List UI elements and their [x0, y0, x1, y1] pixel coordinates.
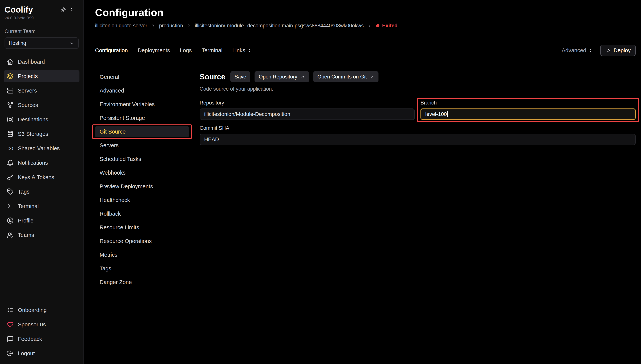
breadcrumb-resource[interactable]: illicitestonion/-module--decomposition:m…	[195, 23, 364, 29]
open-repository-button[interactable]: Open Repository	[255, 71, 309, 82]
sidebar-item-shared-variables[interactable]: (x) Shared Variables	[4, 142, 80, 154]
subnav-item-preview-deployments[interactable]: Preview Deployments	[95, 181, 189, 192]
sidebar-item-feedback[interactable]: Feedback	[4, 333, 80, 345]
sidebar-item-logout[interactable]: Logout	[4, 347, 80, 360]
configuration-content: General Advanced Environment Variables P…	[95, 71, 636, 364]
subnav-item-metrics[interactable]: Metrics	[95, 249, 189, 260]
sidebar-item-keys-tokens[interactable]: Keys & Tokens	[4, 171, 80, 183]
tab-configuration[interactable]: Configuration	[95, 47, 128, 54]
sidebar-header: Coolify	[4, 5, 80, 14]
subnav-item-advanced[interactable]: Advanced	[95, 85, 189, 96]
terminal-icon	[7, 203, 14, 210]
subnav-item-tags[interactable]: Tags	[95, 263, 189, 274]
sidebar-item-label: Notifications	[18, 160, 48, 166]
subnav-item-healthcheck[interactable]: Healthcheck	[95, 194, 189, 206]
subnav-item-danger-zone[interactable]: Danger Zone	[95, 276, 189, 288]
sidebar-item-label: S3 Storages	[18, 131, 48, 137]
tag-icon	[7, 188, 14, 195]
deploy-button[interactable]: Deploy	[600, 45, 636, 56]
sidebar-item-sources[interactable]: Sources	[4, 99, 80, 111]
repository-value: illicitestonion/Module-Decomposition	[204, 111, 290, 117]
subnav-item-general[interactable]: General	[95, 71, 189, 83]
external-link-icon	[300, 74, 305, 79]
subnav-item-git-source[interactable]: Git Source	[95, 126, 189, 137]
bell-icon	[7, 160, 14, 166]
sidebar-item-label: Teams	[18, 232, 34, 238]
sidebar-item-servers[interactable]: Servers	[4, 84, 80, 97]
subnav-item-webhooks[interactable]: Webhooks	[95, 167, 189, 178]
text-caret	[447, 111, 448, 117]
tab-deployments[interactable]: Deployments	[138, 47, 170, 54]
heart-icon	[7, 321, 14, 328]
open-repository-label: Open Repository	[259, 74, 297, 80]
subnav-item-environment-variables[interactable]: Environment Variables	[95, 98, 189, 110]
sidebar-item-s3-storages[interactable]: S3 Storages	[4, 128, 80, 140]
users-icon	[7, 232, 14, 238]
repository-field: Repository illicitestonion/Module-Decomp…	[200, 100, 415, 120]
git-source-form: Source Save Open Repository Open Commits…	[200, 71, 636, 364]
branch-value: level-100	[425, 111, 447, 117]
subnav-item-rollback[interactable]: Rollback	[95, 208, 189, 220]
chevrons-up-down-icon	[247, 48, 252, 52]
subnav-item-resource-limits[interactable]: Resource Limits	[95, 222, 189, 233]
chevrons-up-down-icon	[588, 48, 593, 52]
subnav-item-resource-operations[interactable]: Resource Operations	[95, 236, 189, 247]
current-team-label: Current Team	[5, 28, 79, 34]
home-icon	[7, 58, 14, 65]
sidebar-item-sponsor[interactable]: Sponsor us	[4, 318, 80, 330]
settings-subnav: General Advanced Environment Variables P…	[95, 71, 189, 364]
sidebar-item-notifications[interactable]: Notifications	[4, 157, 80, 169]
sidebar-item-label: Onboarding	[18, 307, 47, 313]
subnav-item-scheduled-tasks[interactable]: Scheduled Tasks	[95, 153, 189, 165]
sidebar-item-teams[interactable]: Teams	[4, 229, 80, 241]
main-area: Configuration illicitonion quote server …	[84, 0, 641, 364]
sidebar-item-label: Terminal	[18, 203, 39, 209]
sidebar-item-label: Logout	[18, 350, 35, 356]
repository-label: Repository	[200, 100, 415, 106]
sidebar-item-label: Shared Variables	[18, 145, 60, 152]
theme-sun-icon[interactable]	[61, 7, 66, 12]
sidebar-item-destinations[interactable]: Destinations	[4, 114, 80, 126]
tab-logs[interactable]: Logs	[180, 47, 192, 54]
tab-links[interactable]: Links	[232, 47, 252, 54]
sidebar-item-onboarding[interactable]: Onboarding	[4, 304, 80, 316]
branch-field: Branch level-100	[420, 100, 636, 120]
database-icon	[7, 130, 14, 137]
open-commits-button[interactable]: Open Commits on Git	[313, 71, 379, 82]
variables-icon: (x)	[7, 145, 14, 152]
message-icon	[7, 336, 14, 342]
commit-sha-input[interactable]: HEAD	[200, 134, 636, 145]
commit-sha-value: HEAD	[204, 136, 219, 142]
sidebar-item-label: Sponsor us	[18, 322, 46, 328]
sidebar-item-label: Profile	[18, 218, 34, 224]
team-select[interactable]: Hosting	[5, 38, 79, 49]
tabbar: Configuration Deployments Logs Terminal …	[95, 45, 636, 61]
sidebar-item-dashboard[interactable]: Dashboard	[4, 56, 80, 68]
git-fork-icon	[7, 102, 14, 108]
sidebar-footer-nav: Onboarding Sponsor us Feedback Logout	[4, 304, 80, 360]
repository-input[interactable]: illicitestonion/Module-Decomposition	[200, 108, 415, 120]
sidebar-nav: Dashboard Projects Servers Sources Desti…	[4, 56, 80, 241]
branch-input[interactable]: level-100	[420, 108, 636, 120]
commit-sha-label: Commit SHA	[200, 125, 636, 131]
sidebar-item-terminal[interactable]: Terminal	[4, 200, 80, 212]
breadcrumb: illicitonion quote server production ill…	[95, 23, 636, 29]
advanced-dropdown[interactable]: Advanced	[562, 47, 593, 54]
breadcrumb-project[interactable]: illicitonion quote server	[95, 23, 147, 29]
app-version: v4.0.0-beta.399	[5, 16, 79, 20]
app-brand: Coolify	[5, 5, 33, 14]
destinations-icon	[7, 116, 14, 123]
breadcrumb-environment[interactable]: production	[159, 23, 183, 29]
subnav-item-servers[interactable]: Servers	[95, 140, 189, 151]
logout-icon	[7, 350, 14, 357]
chevron-right-icon	[187, 23, 191, 28]
save-button[interactable]: Save	[230, 71, 251, 82]
sidebar-item-tags[interactable]: Tags	[4, 186, 80, 198]
open-commits-label: Open Commits on Git	[317, 74, 367, 80]
sidebar-item-projects[interactable]: Projects	[4, 70, 80, 82]
branch-label: Branch	[420, 100, 636, 106]
sidebar-item-profile[interactable]: Profile	[4, 214, 80, 227]
theme-selector-chevrons-icon[interactable]	[69, 8, 74, 12]
tab-terminal[interactable]: Terminal	[202, 47, 223, 54]
subnav-item-persistent-storage[interactable]: Persistent Storage	[95, 112, 189, 124]
